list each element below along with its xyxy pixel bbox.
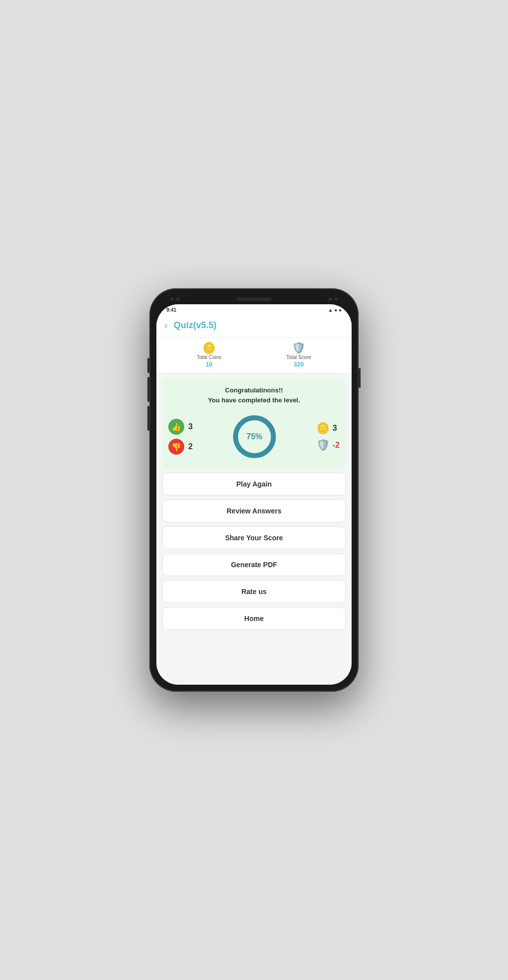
power-button [359, 368, 361, 388]
back-button[interactable]: ‹ [164, 320, 168, 331]
phone-screen: 9:41 ▲ ● ● ‹ Quiz(v5.5) 🪙 Total Coins 10… [156, 304, 352, 685]
score-reward-icon: 🛡️ [316, 439, 330, 452]
stats-row: 👍 3 👎 2 75% [168, 412, 340, 462]
coins-earned-row: 🪙 3 [316, 422, 340, 435]
notch-area [156, 295, 352, 304]
signals: ▲ ● ● [328, 307, 342, 313]
play-again-button[interactable]: Play Again [162, 473, 346, 495]
score-change-row: 🛡️ -2 [316, 439, 340, 452]
home-button[interactable]: Home [162, 607, 346, 630]
time: 9:41 [166, 307, 176, 313]
coins-icon: 🪙 [202, 343, 216, 354]
score-icon: 🛡️ [292, 343, 305, 354]
congrats-card: Congratulatinons!! You have completed th… [162, 378, 346, 469]
generate-pdf-button[interactable]: Generate PDF [162, 553, 346, 576]
total-coins-stat: 🪙 Total Coins 10 [197, 343, 221, 368]
wrong-row: 👎 2 [168, 439, 193, 455]
thumbs-down-icon: 👎 [168, 439, 184, 455]
donut-chart: 75% [230, 412, 279, 462]
percentage-label: 75% [247, 432, 262, 441]
score-label: Total Score [286, 355, 311, 360]
camera-dots [170, 298, 179, 301]
main-content: Congratulatinons!! You have completed th… [156, 373, 352, 685]
app-header: ‹ Quiz(v5.5) [156, 315, 352, 338]
sensor-dots [329, 298, 338, 301]
answer-stats: 👍 3 👎 2 [168, 419, 193, 455]
stats-bar: 🪙 Total Coins 10 🛡️ Total Score 320 [156, 338, 352, 373]
phone-frame: 9:41 ▲ ● ● ‹ Quiz(v5.5) 🪙 Total Coins 10… [149, 288, 359, 692]
correct-row: 👍 3 [168, 419, 193, 435]
volume-buttons [147, 358, 149, 431]
correct-count: 3 [188, 422, 193, 431]
review-answers-button[interactable]: Review Answers [162, 499, 346, 522]
congrats-message: Congratulatinons!! You have completed th… [168, 385, 340, 405]
coins-value: 10 [206, 361, 212, 368]
rate-us-button[interactable]: Rate us [162, 580, 346, 603]
reward-stats: 🪙 3 🛡️ -2 [316, 422, 340, 452]
score-value: 320 [294, 361, 304, 368]
thumbs-up-icon: 👍 [168, 419, 184, 435]
coin-reward-icon: 🪙 [316, 422, 330, 435]
score-change: -2 [333, 441, 340, 450]
status-bar: 9:41 ▲ ● ● [156, 304, 352, 315]
coins-label: Total Coins [197, 355, 221, 360]
total-score-stat: 🛡️ Total Score 320 [286, 343, 311, 368]
coins-earned: 3 [333, 424, 337, 433]
wrong-count: 2 [188, 442, 193, 451]
speaker [237, 297, 271, 301]
page-title: Quiz(v5.5) [174, 320, 217, 331]
share-score-button[interactable]: Share Your Score [162, 526, 346, 549]
